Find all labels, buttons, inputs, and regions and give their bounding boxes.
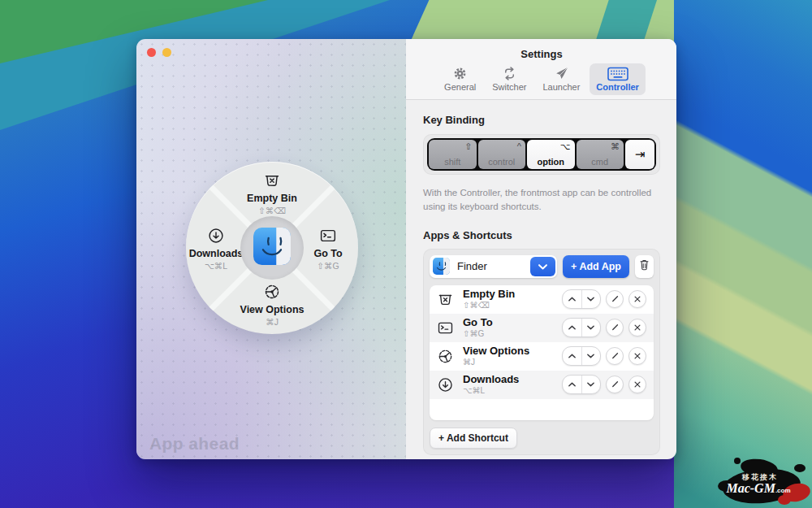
edit-shortcut-button[interactable]	[606, 319, 624, 336]
radial-item-shortcut: ⌥⌘L	[186, 261, 246, 271]
paper-plane-icon	[554, 66, 569, 81]
empty-bin-icon	[186, 172, 358, 191]
shortcut-keys: ⌥⌘L	[463, 386, 519, 396]
trash-icon	[639, 258, 650, 274]
settings-pane: Settings General Switcher	[406, 39, 676, 459]
key-cmd[interactable]: ⌘ cmd	[577, 140, 624, 169]
control-symbol: ^	[517, 141, 521, 151]
settings-content: Key Binding ⇧ shift ^ control ⌥ option	[406, 100, 676, 455]
minimize-button[interactable]	[162, 48, 171, 57]
empty-bin-icon	[437, 291, 454, 308]
radial-item-view-options[interactable]: View Options ⌘J	[186, 283, 358, 327]
radial-menu: Empty Bin ⇧⌘⌫ Go To ⇧⌘G View Options ⌘J	[186, 162, 358, 334]
settings-title: Settings	[406, 39, 676, 60]
radial-item-go-to[interactable]: Go To ⇧⌘G	[298, 227, 358, 271]
remove-shortcut-button[interactable]	[628, 376, 646, 393]
tab-label: Launcher	[542, 82, 580, 92]
settings-header: Settings General Switcher	[406, 39, 676, 100]
edit-shortcut-button[interactable]	[606, 290, 624, 308]
terminal-icon	[437, 319, 454, 336]
selected-app-name: Finder	[457, 260, 487, 272]
radial-item-downloads[interactable]: Downloads ⌥⌘L	[186, 227, 246, 271]
dropdown-button[interactable]	[530, 257, 555, 276]
tab-label: Switcher	[492, 82, 526, 92]
view-options-icon	[437, 348, 454, 365]
move-down-button[interactable]	[582, 290, 601, 308]
tab-switcher[interactable]: Switcher	[486, 63, 533, 95]
key-option[interactable]: ⌥ option	[527, 140, 575, 169]
apps-shortcuts-title: Apps & Shortcuts	[423, 229, 660, 241]
move-up-button[interactable]	[563, 376, 582, 393]
key-binding-bar: ⇧ shift ^ control ⌥ option ⌘ cmd	[423, 134, 660, 175]
radial-center	[240, 216, 304, 280]
shortcut-row-view-options: View Options ⌘J	[430, 342, 654, 371]
cmd-symbol: ⌘	[611, 141, 620, 152]
chevron-down-icon	[538, 259, 548, 274]
radial-item-label: Empty Bin	[186, 193, 358, 204]
edit-shortcut-button[interactable]	[606, 347, 624, 365]
close-icon	[633, 320, 641, 335]
keyboard-icon	[607, 66, 628, 81]
add-shortcut-button[interactable]: + Add Shortcut	[430, 428, 517, 449]
remove-shortcut-button[interactable]	[628, 290, 646, 308]
reorder-control	[562, 318, 601, 337]
reorder-control	[562, 346, 601, 366]
shortcut-keys: ⌘J	[463, 358, 529, 367]
radial-item-shortcut: ⇧⌘G	[298, 261, 358, 271]
key-shift[interactable]: ⇧ shift	[429, 140, 477, 169]
move-down-button[interactable]	[582, 376, 601, 393]
key-binding-keys: ⇧ shift ^ control ⌥ option ⌘ cmd	[427, 138, 656, 171]
preview-pane: Empty Bin ⇧⌘⌫ Go To ⇧⌘G View Options ⌘J	[136, 39, 406, 459]
app-selector-row: Finder + Add App	[430, 255, 654, 278]
pencil-icon	[611, 349, 620, 363]
close-icon	[633, 292, 641, 306]
finder-icon	[433, 258, 450, 275]
site-watermark: 移花接木 Mac-GM.com	[716, 456, 812, 508]
edit-shortcut-button[interactable]	[606, 376, 624, 393]
delete-app-button[interactable]	[635, 255, 654, 278]
download-circle-icon	[437, 376, 454, 393]
radial-item-shortcut: ⌘J	[186, 317, 358, 327]
move-down-button[interactable]	[582, 319, 601, 336]
tab-general[interactable]: General	[438, 63, 482, 95]
radial-item-label: Go To	[298, 248, 358, 259]
tab-label: Controller	[596, 82, 639, 92]
download-circle-icon	[186, 227, 246, 246]
close-button[interactable]	[147, 48, 156, 57]
app-dropdown[interactable]: Finder	[430, 255, 557, 278]
wallpaper-band	[674, 0, 812, 508]
key-binding-title: Key Binding	[423, 114, 660, 126]
move-up-button[interactable]	[563, 319, 582, 336]
remove-shortcut-button[interactable]	[628, 319, 646, 336]
add-app-button[interactable]: + Add App	[563, 255, 629, 278]
shift-symbol: ⇧	[464, 141, 472, 152]
shortcut-label: View Options	[463, 345, 529, 357]
radial-item-label: Downloads	[186, 248, 246, 259]
radial-dial: Empty Bin ⇧⌘⌫ Go To ⇧⌘G View Options ⌘J	[186, 162, 358, 334]
watermark-site-text: Mac-GM.com	[716, 481, 801, 496]
move-up-button[interactable]	[563, 290, 582, 308]
key-tab[interactable]: ⇥	[625, 140, 654, 169]
radial-item-empty-bin[interactable]: Empty Bin ⇧⌘⌫	[186, 172, 358, 215]
move-up-button[interactable]	[563, 347, 582, 365]
remove-shortcut-button[interactable]	[628, 347, 646, 365]
tab-controller[interactable]: Controller	[590, 63, 646, 95]
tab-launcher[interactable]: Launcher	[536, 63, 586, 95]
radial-item-shortcut: ⇧⌘⌫	[186, 206, 358, 215]
view-options-icon	[186, 283, 358, 302]
key-binding-description: With the Controller, the frontmost app c…	[423, 186, 660, 215]
apps-shortcuts-panel: Finder + Add App	[423, 249, 660, 455]
radial-item-label: View Options	[186, 304, 358, 315]
switcher-loop-icon	[502, 66, 517, 81]
pencil-icon	[611, 292, 620, 306]
app-name-watermark: App ahead	[149, 434, 240, 454]
gear-icon	[452, 66, 468, 81]
reorder-control	[562, 375, 601, 394]
shortcut-list: Empty Bin ⇧⌘⌫	[430, 285, 654, 420]
shortcut-row-go-to: Go To ⇧⌘G	[430, 314, 654, 342]
key-control[interactable]: ^ control	[478, 140, 526, 169]
shortcut-keys: ⇧⌘G	[463, 329, 493, 339]
close-icon	[633, 377, 641, 392]
move-down-button[interactable]	[582, 347, 601, 365]
shortcut-label: Downloads	[463, 374, 519, 385]
